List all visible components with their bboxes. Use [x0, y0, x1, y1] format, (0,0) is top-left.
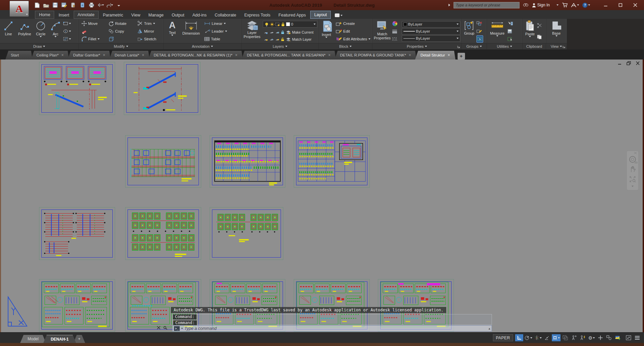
sign-in-button[interactable]: Sign In [532, 3, 559, 7]
annotation-autoscale-toggle[interactable] [579, 334, 587, 341]
qat-customize-button[interactable] [115, 2, 122, 8]
layer-dropdown[interactable]: 0 [263, 21, 317, 28]
minimize-button[interactable] [598, 1, 613, 9]
navigation-wheel-icon[interactable]: 2D [629, 156, 636, 163]
polyline-button[interactable]: Polyline [16, 20, 33, 43]
command-expand-icon[interactable]: ▴ [489, 327, 490, 330]
tab-manage[interactable]: Manage [145, 11, 167, 19]
isometric-drafting-toggle[interactable] [534, 334, 542, 341]
linetype-list-icon[interactable] [392, 35, 401, 43]
file-tab-detail-potongan-2[interactable]: DETAIL & POTONGAN... TANK & RESAPAN*× [242, 51, 336, 60]
polar-tracking-toggle[interactable] [524, 334, 533, 341]
lineweight-list-icon[interactable] [392, 28, 401, 35]
open-from-mobile-button[interactable] [79, 2, 86, 8]
ribbon-display-toggle[interactable] [335, 13, 343, 19]
customization-menu-button[interactable] [633, 334, 641, 341]
measure-button[interactable]: Measure [488, 20, 507, 43]
lineweight-dropdown[interactable]: ByLayer [402, 28, 460, 35]
file-tab-close-icon[interactable]: × [235, 53, 238, 57]
annotation-visibility-toggle[interactable] [570, 334, 578, 341]
tab-output[interactable]: Output [168, 11, 188, 19]
insert-button[interactable]: Insert [320, 20, 333, 43]
group-edit-button[interactable] [476, 28, 486, 35]
create-block-button[interactable]: Create [335, 21, 371, 26]
text-button[interactable]: A Text [165, 20, 180, 43]
close-button[interactable] [628, 1, 643, 9]
view-dialog-launcher-icon[interactable] [563, 45, 565, 48]
search-input[interactable] [454, 2, 520, 8]
cut-button[interactable] [537, 22, 545, 29]
undo-button[interactable] [97, 2, 104, 8]
mirror-button[interactable]: Mirror [137, 27, 163, 35]
hatch-tool-button[interactable] [63, 35, 74, 43]
annotation-scale-add-button[interactable] [596, 334, 604, 341]
save-as-button[interactable] [61, 2, 68, 8]
match-layer-label[interactable]: Match Layer [292, 37, 312, 41]
graphics-performance-button[interactable] [614, 334, 622, 341]
model-tab[interactable]: Model [20, 335, 46, 343]
drawing-viewport[interactable]: 2D Autodesk DWG. This file is a TrustedD… [0, 60, 644, 332]
explode-button[interactable] [108, 35, 137, 43]
navigation-bar[interactable]: 2D [627, 151, 639, 190]
group-button[interactable]: Group [463, 20, 476, 43]
file-tab-detail-struktur[interactable]: Detail Struktur× [415, 51, 456, 60]
file-tab-close-icon[interactable]: × [61, 53, 64, 57]
file-tab-close-icon[interactable]: × [448, 53, 450, 57]
navbar-close-icon[interactable] [634, 152, 637, 154]
application-menu-button[interactable]: A [9, 1, 29, 17]
panel-annotation-footer[interactable]: Annotation [164, 43, 241, 49]
search-icon[interactable] [523, 3, 529, 7]
help-button[interactable]: ? [582, 3, 590, 8]
tab-home[interactable]: Home [35, 11, 54, 19]
selection-cycling-toggle[interactable] [561, 334, 569, 341]
tab-parametric[interactable]: Parametric [99, 11, 127, 19]
file-tab-close-icon[interactable]: × [328, 53, 330, 57]
ungroup-button[interactable] [476, 20, 486, 27]
pan-hand-icon[interactable] [629, 166, 636, 173]
object-snap-toggle[interactable] [552, 334, 561, 341]
edit-block-button[interactable]: Edit [335, 29, 371, 34]
table-button[interactable]: Table [204, 37, 240, 41]
layout-tab-denah-1[interactable]: DENAH-1 [43, 335, 76, 343]
redo-button[interactable] [106, 2, 113, 8]
zoom-extents-icon[interactable] [629, 176, 636, 183]
clean-screen-button[interactable] [624, 334, 633, 341]
tab-featured-apps[interactable]: Featured Apps [275, 11, 310, 19]
doc-minimize-button[interactable] [617, 61, 622, 65]
stretch-button[interactable]: Stretch [137, 35, 163, 43]
panel-utilities-footer[interactable]: Utilities [487, 43, 522, 49]
rectangle-tool-button[interactable] [63, 20, 74, 27]
app-store-cart-icon[interactable] [562, 3, 568, 7]
properties-dialog-launcher-icon[interactable] [457, 45, 460, 48]
dimension-button[interactable]: Dimension [181, 20, 202, 43]
file-tab-close-icon[interactable]: × [142, 53, 144, 57]
arc-button[interactable]: Arc [48, 20, 63, 43]
command-close-icon[interactable] [157, 326, 160, 330]
quick-select-button[interactable] [507, 20, 517, 27]
make-current-label[interactable]: Make Current [292, 30, 314, 34]
command-customize-icon[interactable] [163, 326, 168, 330]
autodesk-app-icon[interactable] [571, 3, 579, 7]
panel-draw-footer[interactable]: Draw [0, 43, 78, 49]
panel-groups-footer[interactable]: Groups [462, 43, 487, 49]
trim-button[interactable]: Trim [137, 20, 163, 27]
file-tab-denah-lantai[interactable]: Denah Lantai*× [109, 51, 150, 60]
tab-add-ins[interactable]: Add-ins [189, 11, 210, 19]
panel-clipboard-footer[interactable]: Clipboard [523, 43, 546, 49]
ellipse-tool-button[interactable] [63, 28, 74, 35]
linetype-dropdown[interactable]: ByLayer [402, 35, 460, 42]
command-recent-caret-icon[interactable] [181, 328, 183, 329]
save-button[interactable] [52, 2, 59, 8]
doc-restore-button[interactable] [627, 61, 631, 65]
open-file-button[interactable] [43, 2, 49, 8]
edit-attributes-button[interactable]: Edit Attributes [335, 36, 371, 41]
panel-block-footer[interactable]: Block [319, 43, 372, 49]
line-button[interactable]: Line [1, 20, 16, 43]
leader-button[interactable]: Leader [204, 29, 240, 34]
file-tab-ceiling-plan[interactable]: Ceiling Plan*× [31, 51, 69, 60]
panel-properties-footer[interactable]: Properties [372, 43, 461, 49]
new-drawing-tab-button[interactable]: + [458, 53, 465, 60]
doc-close-button[interactable] [636, 61, 640, 65]
file-tab-close-icon[interactable]: × [409, 53, 411, 57]
erase-button[interactable] [81, 27, 108, 35]
